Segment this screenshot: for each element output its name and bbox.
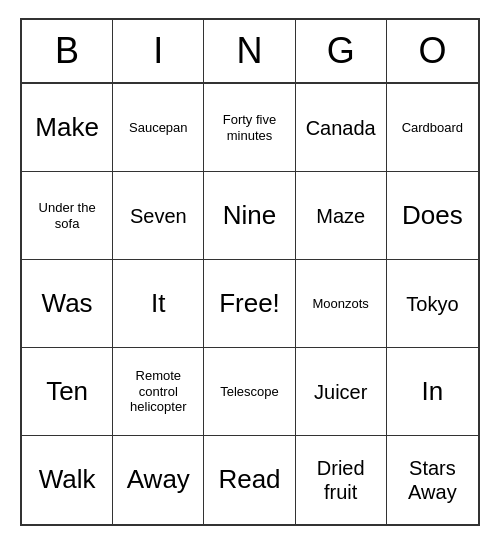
- cell-text-3: Canada: [306, 116, 376, 140]
- cell-text-16: Remote control helicopter: [118, 368, 198, 415]
- cell-text-11: It: [151, 288, 165, 319]
- bingo-cell-6: Seven: [113, 172, 204, 260]
- cell-text-12: Free!: [219, 288, 280, 319]
- bingo-cell-24: Stars Away: [387, 436, 478, 524]
- bingo-cell-2: Forty five minutes: [204, 84, 295, 172]
- bingo-cell-20: Walk: [22, 436, 113, 524]
- bingo-cell-0: Make: [22, 84, 113, 172]
- cell-text-18: Juicer: [314, 380, 367, 404]
- bingo-cell-19: In: [387, 348, 478, 436]
- bingo-cell-15: Ten: [22, 348, 113, 436]
- cell-text-24: Stars Away: [392, 456, 473, 504]
- bingo-cell-21: Away: [113, 436, 204, 524]
- bingo-cell-1: Saucepan: [113, 84, 204, 172]
- cell-text-9: Does: [402, 200, 463, 231]
- header-letter-I: I: [113, 20, 204, 82]
- cell-text-13: Moonzots: [313, 296, 369, 312]
- cell-text-14: Tokyo: [406, 292, 458, 316]
- cell-text-1: Saucepan: [129, 120, 188, 136]
- bingo-cell-14: Tokyo: [387, 260, 478, 348]
- bingo-cell-4: Cardboard: [387, 84, 478, 172]
- cell-text-22: Read: [218, 464, 280, 495]
- header-letter-O: O: [387, 20, 478, 82]
- bingo-cell-3: Canada: [296, 84, 387, 172]
- bingo-cell-12: Free!: [204, 260, 295, 348]
- bingo-cell-11: It: [113, 260, 204, 348]
- bingo-grid: MakeSaucepanForty five minutesCanadaCard…: [22, 84, 478, 524]
- cell-text-5: Under the sofa: [27, 200, 107, 231]
- cell-text-23: Dried fruit: [301, 456, 381, 504]
- cell-text-19: In: [422, 376, 444, 407]
- cell-text-0: Make: [35, 112, 99, 143]
- bingo-cell-7: Nine: [204, 172, 295, 260]
- bingo-cell-16: Remote control helicopter: [113, 348, 204, 436]
- bingo-cell-5: Under the sofa: [22, 172, 113, 260]
- cell-text-2: Forty five minutes: [209, 112, 289, 143]
- bingo-card: BINGO MakeSaucepanForty five minutesCana…: [20, 18, 480, 526]
- bingo-cell-10: Was: [22, 260, 113, 348]
- cell-text-7: Nine: [223, 200, 276, 231]
- bingo-cell-9: Does: [387, 172, 478, 260]
- header-letter-B: B: [22, 20, 113, 82]
- cell-text-21: Away: [127, 464, 190, 495]
- cell-text-4: Cardboard: [402, 120, 463, 136]
- bingo-cell-13: Moonzots: [296, 260, 387, 348]
- bingo-cell-22: Read: [204, 436, 295, 524]
- bingo-cell-23: Dried fruit: [296, 436, 387, 524]
- bingo-header: BINGO: [22, 20, 478, 84]
- bingo-cell-8: Maze: [296, 172, 387, 260]
- cell-text-17: Telescope: [220, 384, 279, 400]
- header-letter-N: N: [204, 20, 295, 82]
- header-letter-G: G: [296, 20, 387, 82]
- cell-text-15: Ten: [46, 376, 88, 407]
- cell-text-6: Seven: [130, 204, 187, 228]
- cell-text-20: Walk: [39, 464, 96, 495]
- cell-text-8: Maze: [316, 204, 365, 228]
- cell-text-10: Was: [42, 288, 93, 319]
- bingo-cell-18: Juicer: [296, 348, 387, 436]
- bingo-cell-17: Telescope: [204, 348, 295, 436]
